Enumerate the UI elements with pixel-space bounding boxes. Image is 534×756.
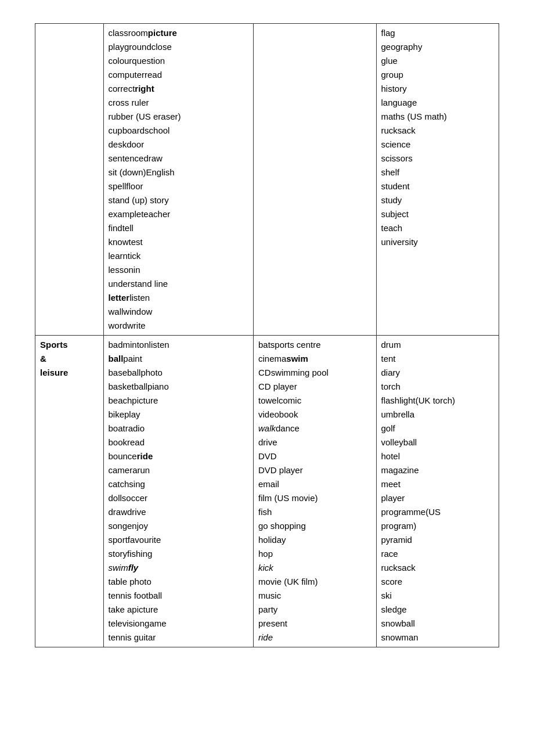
list-item: program) xyxy=(381,519,495,533)
list-item: flag xyxy=(381,26,495,40)
list-item: cupboardschool xyxy=(109,124,249,138)
list-item: bikeplay xyxy=(109,408,249,422)
list-item: subject xyxy=(381,207,495,221)
list-item: bookread xyxy=(109,435,249,449)
list-item: findtell xyxy=(109,221,249,235)
words-col1: classroompicture playgroundclose colourq… xyxy=(103,24,254,336)
list-item: movie (UK film) xyxy=(258,575,371,589)
category-sports: Sports&leisure xyxy=(35,336,104,647)
list-item: diary xyxy=(381,366,495,380)
list-item: programme(US xyxy=(381,505,495,519)
list-item: classroompicture xyxy=(109,26,249,40)
category-label: Sports&leisure xyxy=(40,340,68,377)
list-item: shelf xyxy=(381,165,495,179)
list-item: volleyball xyxy=(381,435,495,449)
table-row: Sports&leisure badmintonlisten ballpaint… xyxy=(35,336,499,647)
list-item: wordwrite xyxy=(109,319,249,333)
list-item: understand line xyxy=(109,277,249,291)
list-item: deskdoor xyxy=(109,138,249,152)
vocabulary-table: classroompicture playgroundclose colourq… xyxy=(35,23,499,647)
list-item: swimfly xyxy=(109,561,249,575)
list-item: player xyxy=(381,491,495,505)
list-item: magazine xyxy=(381,463,495,477)
list-item: CDswimming pool xyxy=(258,366,371,380)
list-item: walkdance xyxy=(258,422,371,435)
list-item: cinemaswim xyxy=(258,352,371,366)
list-item: hop xyxy=(258,547,371,561)
list-item: colourquestion xyxy=(109,54,249,68)
list-item: playgroundclose xyxy=(109,40,249,54)
list-item: party xyxy=(258,603,371,617)
list-item: glue xyxy=(381,54,495,68)
sports-col1: badmintonlisten ballpaint baseballphoto … xyxy=(103,336,254,647)
list-item: knowtest xyxy=(109,235,249,249)
list-item: beachpicture xyxy=(109,394,249,408)
list-item: score xyxy=(381,575,495,589)
list-item: badmintonlisten xyxy=(109,338,249,352)
list-item: CD player xyxy=(258,380,371,394)
list-item: meet xyxy=(381,477,495,491)
list-item: snowman xyxy=(381,631,495,645)
list-item: ski xyxy=(381,589,495,603)
list-item: letterlisten xyxy=(109,291,249,305)
words-col2 xyxy=(254,24,377,336)
list-item: kick xyxy=(258,561,371,575)
list-item: holiday xyxy=(258,533,371,547)
words-col3: flag geography glue group history langua… xyxy=(376,24,499,336)
list-item: cross ruler xyxy=(109,96,249,110)
list-item: ballpaint xyxy=(109,352,249,366)
list-item: dollsoccer xyxy=(109,491,249,505)
list-item: camerarun xyxy=(109,463,249,477)
list-item: sentencedraw xyxy=(109,152,249,165)
list-item: rucksack xyxy=(381,561,495,575)
list-item: study xyxy=(381,193,495,207)
list-item: storyfishing xyxy=(109,547,249,561)
list-item: songenjoy xyxy=(109,519,249,533)
list-item: golf xyxy=(381,422,495,435)
list-item: snowball xyxy=(381,617,495,631)
sports-col2: batsports centre cinemaswim CDswimming p… xyxy=(254,336,377,647)
list-item: DVD player xyxy=(258,463,371,477)
list-item: DVD xyxy=(258,449,371,463)
list-item: computerread xyxy=(109,68,249,82)
list-item: tennis football xyxy=(109,589,249,603)
sports-col3: drum tent diary torch flashlight(UK torc… xyxy=(376,336,499,647)
list-item: drum xyxy=(381,338,495,352)
list-item: music xyxy=(258,589,371,603)
list-item: sit (down)English xyxy=(109,165,249,179)
list-item: torch xyxy=(381,380,495,394)
list-item: student xyxy=(381,179,495,193)
list-item: tennis guitar xyxy=(109,631,249,645)
list-item: umbrella xyxy=(381,408,495,422)
list-item: rubber (US eraser) xyxy=(109,110,249,124)
list-item: drive xyxy=(258,435,371,449)
list-item: rucksack xyxy=(381,124,495,138)
list-item: spellfloor xyxy=(109,179,249,193)
list-item: correctright xyxy=(109,82,249,96)
list-item: teach xyxy=(381,221,495,235)
list-item: flashlight(UK torch) xyxy=(381,394,495,408)
list-item: televisiongame xyxy=(109,617,249,631)
list-item: lessonin xyxy=(109,263,249,277)
list-item: baseballphoto xyxy=(109,366,249,380)
list-item: catchsing xyxy=(109,477,249,491)
list-item: ride xyxy=(258,631,371,645)
list-item: bounceride xyxy=(109,449,249,463)
list-item: pyramid xyxy=(381,533,495,547)
list-item: scissors xyxy=(381,152,495,165)
list-item: basketballpiano xyxy=(109,380,249,394)
list-item: fish xyxy=(258,505,371,519)
list-item: present xyxy=(258,617,371,631)
list-item: batsports centre xyxy=(258,338,371,352)
list-item: sportfavourite xyxy=(109,533,249,547)
list-item: boatradio xyxy=(109,422,249,435)
list-item: exampleteacher xyxy=(109,207,249,221)
table-row: classroompicture playgroundclose colourq… xyxy=(35,24,499,336)
list-item: film (US movie) xyxy=(258,491,371,505)
list-item: stand (up) story xyxy=(109,193,249,207)
list-item: group xyxy=(381,68,495,82)
list-item: university xyxy=(381,235,495,249)
list-item: science xyxy=(381,138,495,152)
list-item: take apicture xyxy=(109,603,249,617)
list-item: race xyxy=(381,547,495,561)
